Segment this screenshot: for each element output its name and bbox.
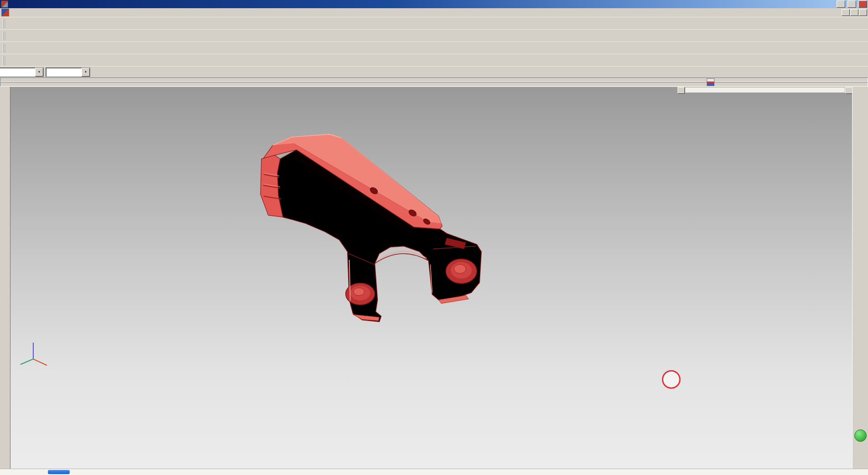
mdi-restore-button[interactable] bbox=[850, 9, 858, 16]
prompt-line bbox=[0, 77, 868, 82]
toolbar-grip[interactable] bbox=[3, 19, 5, 28]
dialog-rail-icon[interactable] bbox=[707, 78, 714, 86]
y-axis bbox=[21, 359, 33, 364]
watermark-logo-circle bbox=[663, 371, 680, 388]
horizontal-scrollbar[interactable] bbox=[678, 87, 853, 93]
scrollbar-track[interactable] bbox=[685, 87, 845, 93]
scroll-right-button[interactable] bbox=[845, 87, 853, 94]
selection-scope-dropdown[interactable]: ▼ bbox=[46, 67, 90, 77]
menu-bar bbox=[0, 8, 868, 17]
maximize-button[interactable] bbox=[847, 0, 856, 8]
toolbar-feature bbox=[0, 29, 868, 42]
selection-filter-dropdown[interactable]: ▼ bbox=[0, 67, 44, 77]
graphics-window[interactable] bbox=[10, 87, 853, 469]
close-button[interactable] bbox=[858, 0, 867, 8]
nx-part-icon bbox=[1, 9, 9, 16]
part-model[interactable] bbox=[261, 134, 482, 322]
taskbar-button-fragment[interactable] bbox=[48, 470, 70, 474]
left-toolbar bbox=[0, 87, 10, 469]
wcs-triad[interactable] bbox=[21, 342, 47, 365]
left-boss-top bbox=[354, 288, 365, 296]
nx-application-window: ▼ ▼ bbox=[0, 0, 868, 475]
chevron-down-icon[interactable]: ▼ bbox=[82, 68, 90, 77]
chevron-down-icon[interactable]: ▼ bbox=[35, 68, 43, 77]
app-icon bbox=[1, 0, 8, 8]
mdi-minimize-button[interactable] bbox=[842, 9, 850, 16]
notch-arch-highlight bbox=[378, 251, 427, 261]
mdi-close-button[interactable] bbox=[859, 9, 867, 16]
scroll-left-button[interactable] bbox=[678, 87, 685, 94]
toolbar-curve bbox=[0, 54, 868, 67]
taskbar bbox=[0, 469, 868, 475]
right-boss-top bbox=[454, 265, 466, 274]
minimize-button[interactable] bbox=[837, 0, 845, 8]
status-bar bbox=[0, 77, 868, 87]
toolbar-standard bbox=[0, 17, 868, 30]
selection-bar: ▼ ▼ bbox=[0, 66, 868, 78]
x-axis bbox=[33, 359, 47, 365]
title-bar bbox=[0, 0, 868, 8]
toolbar-custom-macros bbox=[0, 41, 868, 55]
graphics-viewport[interactable] bbox=[10, 87, 853, 469]
resource-bar bbox=[852, 87, 868, 469]
main-area bbox=[0, 87, 868, 469]
watermark bbox=[662, 370, 680, 388]
notification-badge[interactable] bbox=[854, 429, 867, 442]
toolbar-grip[interactable] bbox=[3, 31, 5, 41]
status-line bbox=[0, 82, 868, 87]
toolbar-grip[interactable] bbox=[3, 56, 5, 65]
mdi-window-controls bbox=[841, 9, 867, 16]
toolbar-grip[interactable] bbox=[3, 44, 5, 53]
